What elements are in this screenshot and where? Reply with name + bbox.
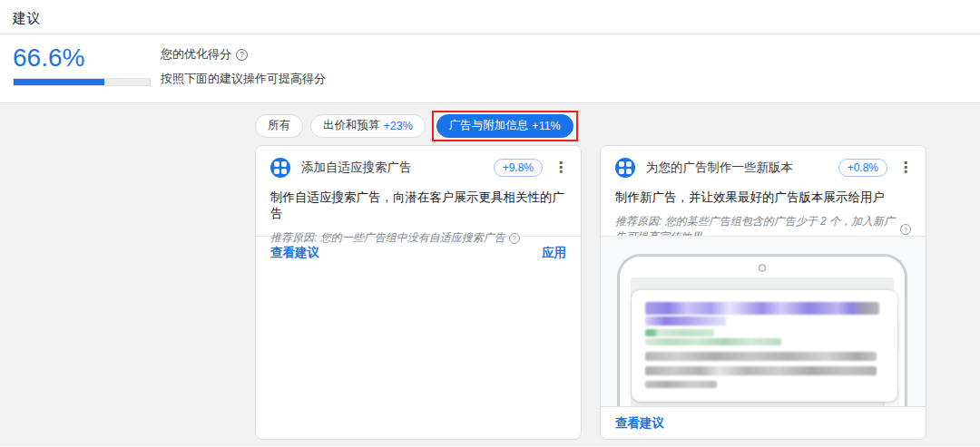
view-recommendation-link[interactable]: 查看建议 [270, 245, 319, 261]
score-block: 66.6% [13, 44, 151, 102]
ads-grid-icon [270, 158, 290, 178]
recommendations-body: 所有 出价和预算 +23% 广告与附加信息 +11% [0, 102, 980, 446]
recommendations-page: 建议 66.6% 您的优化得分 ? 按照下面的建议操作可提高得分 所有 出价和预… [0, 0, 980, 447]
blurred-description-line [645, 352, 877, 361]
page-title: 建议 [13, 10, 980, 27]
help-icon[interactable]: ? [236, 49, 248, 61]
page-header: 建议 [0, 0, 980, 34]
chip-delta: +23% [384, 120, 413, 132]
phone-camera-dot [759, 264, 767, 272]
blurred-headline-line [645, 316, 726, 326]
kebab-menu-icon[interactable]: ⋮ [554, 160, 566, 175]
chip-delta: +11% [532, 120, 560, 132]
uplift-badge: +0.8% [838, 159, 887, 177]
kebab-menu-icon[interactable]: ⋮ [898, 160, 911, 175]
optimization-progress-fill [14, 79, 104, 85]
recommendation-card-responsive-search-ads: 添加自适应搜索广告 +9.8% ⋮ 制作自适应搜索广告，向潜在客户展示更具相关性… [255, 145, 582, 440]
uplift-badge: +9.8% [494, 159, 543, 177]
optimization-score-value: 66.6% [13, 44, 151, 73]
card-description: 制作自适应搜索广告，向潜在客户展示更具相关性的广告 [270, 189, 566, 222]
card-description: 制作新广告，并让效果最好的广告版本展示给用户 [615, 189, 911, 206]
ad-preview-area [601, 236, 926, 406]
score-hint: 按照下面的建议操作可提高得分 [161, 71, 326, 87]
card-reason: 推荐原因: 您的一些广告组中没有自适应搜索广告 [270, 230, 505, 246]
optimization-score-section: 66.6% 您的优化得分 ? 按照下面的建议操作可提高得分 [0, 34, 980, 102]
card-title: 添加自适应搜索广告 [301, 160, 494, 176]
score-label: 您的优化得分 [161, 46, 231, 63]
blurred-description-line [645, 381, 717, 388]
red-highlight-box: 广告与附加信息 +11% [432, 111, 578, 141]
filter-chip-ads-extensions[interactable]: 广告与附加信息 +11% [436, 114, 573, 138]
recommendation-cards-row: 添加自适应搜索广告 +9.8% ⋮ 制作自适应搜索广告，向潜在客户展示更具相关性… [255, 145, 980, 440]
filter-chip-all[interactable]: 所有 [255, 114, 303, 138]
score-text-block: 您的优化得分 ? 按照下面的建议操作可提高得分 [161, 44, 326, 102]
ads-grid-icon [615, 158, 635, 178]
blurred-headline-line [645, 302, 879, 315]
blurred-description-line [645, 366, 877, 375]
card-title: 为您的广告制作一些新版本 [646, 160, 838, 176]
apply-link[interactable]: 应用 [542, 245, 566, 261]
blurred-url-line [645, 338, 781, 345]
blurred-ad-screenshot [632, 290, 897, 402]
help-icon[interactable]: ? [509, 233, 520, 244]
recommendation-card-new-ad-versions: 为您的广告制作一些新版本 +0.8% ⋮ 制作新广告，并让效果最好的广告版本展示… [600, 145, 926, 440]
optimization-progress-bar [13, 78, 151, 86]
view-recommendation-link[interactable]: 查看建议 [615, 415, 664, 432]
filter-chip-bidding-budget[interactable]: 出价和预算 +23% [310, 114, 426, 138]
help-icon[interactable]: ? [900, 224, 911, 235]
filter-chips-row: 所有 出价和预算 +23% 广告与附加信息 +11% [255, 111, 980, 141]
blurred-url-line [645, 329, 714, 336]
